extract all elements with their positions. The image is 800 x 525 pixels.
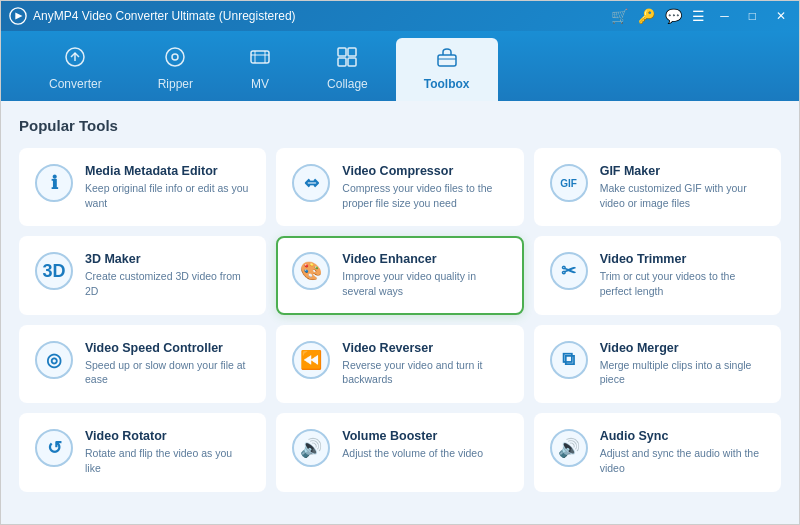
collage-icon xyxy=(336,46,358,73)
tool-name-media-metadata: Media Metadata Editor xyxy=(85,164,250,178)
tool-card-gif-maker[interactable]: GIF GIF Maker Make customized GIF with y… xyxy=(534,148,781,226)
tool-desc-3d-maker: Create customized 3D video from 2D xyxy=(85,269,250,298)
tool-icon-video-trimmer: ✂ xyxy=(550,252,588,290)
svg-rect-11 xyxy=(348,48,356,56)
tool-name-video-trimmer: Video Trimmer xyxy=(600,252,765,266)
tool-desc-media-metadata: Keep original file info or edit as you w… xyxy=(85,181,250,210)
tool-name-video-compressor: Video Compressor xyxy=(342,164,507,178)
tool-name-video-rotator: Video Rotator xyxy=(85,429,250,443)
tool-desc-video-merger: Merge multiple clips into a single piece xyxy=(600,358,765,387)
svg-point-5 xyxy=(172,54,178,60)
title-bar-controls: 🛒 🔑 💬 ☰ ─ □ ✕ xyxy=(611,7,791,25)
tool-name-audio-sync: Audio Sync xyxy=(600,429,765,443)
tool-desc-volume-booster: Adjust the volume of the video xyxy=(342,446,507,461)
tool-icon-video-speed-controller: ◎ xyxy=(35,341,73,379)
tool-info-video-trimmer: Video Trimmer Trim or cut your videos to… xyxy=(600,252,765,298)
cart-icon[interactable]: 🛒 xyxy=(611,8,628,24)
tool-info-video-reverser: Video Reverser Reverse your video and tu… xyxy=(342,341,507,387)
nav-item-ripper[interactable]: Ripper xyxy=(130,38,221,101)
close-button[interactable]: ✕ xyxy=(771,7,791,25)
mv-icon xyxy=(249,46,271,73)
nav-label-toolbox: Toolbox xyxy=(424,77,470,91)
app-logo xyxy=(9,7,27,25)
svg-point-4 xyxy=(166,48,184,66)
tool-desc-video-compressor: Compress your video files to the proper … xyxy=(342,181,507,210)
tool-card-video-merger[interactable]: ⧉ Video Merger Merge multiple clips into… xyxy=(534,325,781,403)
nav-label-mv: MV xyxy=(251,77,269,91)
app-title: AnyMP4 Video Converter Ultimate (Unregis… xyxy=(33,9,296,23)
tool-icon-video-rotator: ↺ xyxy=(35,429,73,467)
tool-desc-audio-sync: Adjust and sync the audio with the video xyxy=(600,446,765,475)
tool-card-video-speed-controller[interactable]: ◎ Video Speed Controller Speed up or slo… xyxy=(19,325,266,403)
tool-desc-video-enhancer: Improve your video quality in several wa… xyxy=(342,269,507,298)
converter-icon xyxy=(64,46,86,73)
tool-info-gif-maker: GIF Maker Make customized GIF with your … xyxy=(600,164,765,210)
svg-rect-13 xyxy=(348,58,356,66)
tool-card-3d-maker[interactable]: 3D 3D Maker Create customized 3D video f… xyxy=(19,236,266,314)
tool-card-volume-booster[interactable]: 🔊 Volume Booster Adjust the volume of th… xyxy=(276,413,523,491)
svg-rect-10 xyxy=(338,48,346,56)
tool-card-video-trimmer[interactable]: ✂ Video Trimmer Trim or cut your videos … xyxy=(534,236,781,314)
tool-icon-media-metadata: ℹ xyxy=(35,164,73,202)
nav-label-converter: Converter xyxy=(49,77,102,91)
tool-icon-3d-maker: 3D xyxy=(35,252,73,290)
tool-card-media-metadata[interactable]: ℹ Media Metadata Editor Keep original fi… xyxy=(19,148,266,226)
toolbox-icon xyxy=(436,46,458,73)
tool-icon-video-enhancer: 🎨 xyxy=(292,252,330,290)
tool-card-audio-sync[interactable]: 🔊 Audio Sync Adjust and sync the audio w… xyxy=(534,413,781,491)
nav-bar: Converter Ripper MV xyxy=(1,31,799,101)
nav-label-ripper: Ripper xyxy=(158,77,193,91)
tool-icon-video-reverser: ⏪ xyxy=(292,341,330,379)
tool-desc-video-rotator: Rotate and flip the video as you like xyxy=(85,446,250,475)
tool-info-3d-maker: 3D Maker Create customized 3D video from… xyxy=(85,252,250,298)
menu-icon[interactable]: ☰ xyxy=(692,8,705,24)
svg-rect-14 xyxy=(438,55,456,66)
tool-info-video-compressor: Video Compressor Compress your video fil… xyxy=(342,164,507,210)
tool-info-volume-booster: Volume Booster Adjust the volume of the … xyxy=(342,429,507,461)
nav-item-collage[interactable]: Collage xyxy=(299,38,396,101)
tool-desc-video-speed-controller: Speed up or slow down your file at ease xyxy=(85,358,250,387)
tool-name-video-merger: Video Merger xyxy=(600,341,765,355)
tool-name-video-reverser: Video Reverser xyxy=(342,341,507,355)
tool-name-gif-maker: GIF Maker xyxy=(600,164,765,178)
tool-icon-volume-booster: 🔊 xyxy=(292,429,330,467)
svg-marker-1 xyxy=(15,12,22,19)
tool-desc-video-trimmer: Trim or cut your videos to the perfect l… xyxy=(600,269,765,298)
title-bar: AnyMP4 Video Converter Ultimate (Unregis… xyxy=(1,1,799,31)
tool-card-video-compressor[interactable]: ⇔ Video Compressor Compress your video f… xyxy=(276,148,523,226)
tool-card-video-rotator[interactable]: ↺ Video Rotator Rotate and flip the vide… xyxy=(19,413,266,491)
tool-icon-gif-maker: GIF xyxy=(550,164,588,202)
tool-name-volume-booster: Volume Booster xyxy=(342,429,507,443)
tool-name-video-enhancer: Video Enhancer xyxy=(342,252,507,266)
ripper-icon xyxy=(164,46,186,73)
key-icon[interactable]: 🔑 xyxy=(638,8,655,24)
tool-card-video-reverser[interactable]: ⏪ Video Reverser Reverse your video and … xyxy=(276,325,523,403)
tool-icon-video-merger: ⧉ xyxy=(550,341,588,379)
svg-rect-6 xyxy=(251,51,269,63)
nav-item-toolbox[interactable]: Toolbox xyxy=(396,38,498,101)
nav-item-mv[interactable]: MV xyxy=(221,38,299,101)
tool-desc-gif-maker: Make customized GIF with your video or i… xyxy=(600,181,765,210)
tool-info-audio-sync: Audio Sync Adjust and sync the audio wit… xyxy=(600,429,765,475)
minimize-button[interactable]: ─ xyxy=(715,7,734,25)
nav-item-converter[interactable]: Converter xyxy=(21,38,130,101)
feedback-icon[interactable]: 💬 xyxy=(665,8,682,24)
tool-desc-video-reverser: Reverse your video and turn it backwards xyxy=(342,358,507,387)
svg-rect-12 xyxy=(338,58,346,66)
tool-info-video-rotator: Video Rotator Rotate and flip the video … xyxy=(85,429,250,475)
tool-info-video-speed-controller: Video Speed Controller Speed up or slow … xyxy=(85,341,250,387)
tool-name-3d-maker: 3D Maker xyxy=(85,252,250,266)
tool-info-video-merger: Video Merger Merge multiple clips into a… xyxy=(600,341,765,387)
tool-icon-video-compressor: ⇔ xyxy=(292,164,330,202)
section-title: Popular Tools xyxy=(19,117,781,134)
tool-icon-audio-sync: 🔊 xyxy=(550,429,588,467)
tool-card-video-enhancer[interactable]: 🎨 Video Enhancer Improve your video qual… xyxy=(276,236,523,314)
tool-name-video-speed-controller: Video Speed Controller xyxy=(85,341,250,355)
nav-label-collage: Collage xyxy=(327,77,368,91)
title-bar-left: AnyMP4 Video Converter Ultimate (Unregis… xyxy=(9,7,296,25)
tool-info-video-enhancer: Video Enhancer Improve your video qualit… xyxy=(342,252,507,298)
tool-info-media-metadata: Media Metadata Editor Keep original file… xyxy=(85,164,250,210)
tools-grid: ℹ Media Metadata Editor Keep original fi… xyxy=(19,148,781,492)
content-area: Popular Tools ℹ Media Metadata Editor Ke… xyxy=(1,101,799,525)
maximize-button[interactable]: □ xyxy=(744,7,761,25)
